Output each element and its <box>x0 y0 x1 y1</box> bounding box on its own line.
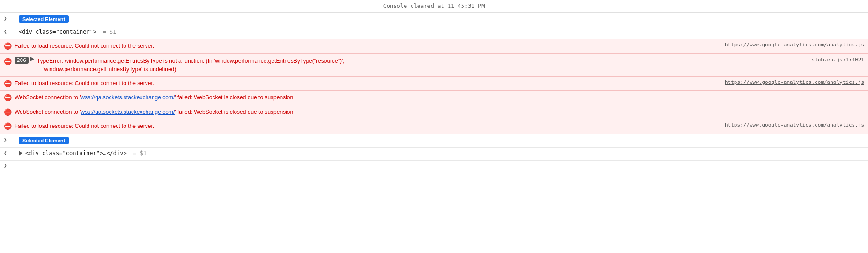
error-text-5: WebSocket connection to 'wss://qa.socket… <box>15 108 864 116</box>
expand-triangle-icon[interactable] <box>30 57 34 61</box>
console-panel: Console cleared at 11:45:31 PM ❯ Selecte… <box>0 0 868 253</box>
error-text-6: Failed to load resource: Could not conne… <box>15 122 715 130</box>
bottom-arrow[interactable]: ❯ <box>4 163 13 169</box>
selected-element-row-top: ❯ Selected Element <box>0 13 868 26</box>
selected-element-badge-bottom: Selected Element <box>19 137 69 144</box>
error-row-1: ⛔ Failed to load resource: Could not con… <box>0 39 868 54</box>
row-gutter-bottom: ❯ <box>4 137 17 143</box>
error-source-3[interactable]: https://www.google-analytics.com/analyti… <box>715 79 864 85</box>
nav-back-icon[interactable]: ❮ <box>4 29 13 35</box>
error-text-2: TypeError: window.performance.getEntries… <box>37 58 345 73</box>
websocket-link-2[interactable]: wss://qa.sockets.stackexchange.com/ <box>81 109 175 115</box>
dom-row-gutter-bottom: ❮ <box>4 150 17 156</box>
error-source-1[interactable]: https://www.google-analytics.com/analyti… <box>715 42 864 48</box>
error-icon-3: ⛔ <box>4 79 12 89</box>
error-icon-2: ⛔ <box>4 57 12 67</box>
console-cleared-text: Console cleared at 11:45:31 PM <box>383 3 485 9</box>
selected-element-badge-top: Selected Element <box>19 15 69 23</box>
websocket-link-1[interactable]: wss://qa.sockets.stackexchange.com/ <box>81 94 175 101</box>
selected-element-row-bottom: ❯ Selected Element <box>0 134 868 148</box>
error-icon-1: ⛔ <box>4 42 12 51</box>
error-row-2: ⛔ 206 TypeError: window.performance.getE… <box>0 54 868 77</box>
chevron-right-icon[interactable]: ❯ <box>4 15 7 22</box>
error-icon-6: ⛔ <box>4 122 12 131</box>
dom-row-top: ❮ <div class="container"> = $1 <box>0 26 868 39</box>
bottom-indicator-row: ❯ <box>0 161 868 174</box>
error-row-4: ⛔ WebSocket connection to 'wss://qa.sock… <box>0 91 868 105</box>
error-icon-5: ⛔ <box>4 108 12 117</box>
error-text-3: Failed to load resource: Could not conne… <box>15 79 715 88</box>
error-text-4: WebSocket connection to 'wss://qa.socket… <box>15 93 864 102</box>
error-count-badge: 206 <box>15 57 29 64</box>
chevron-right-icon-bottom[interactable]: ❯ <box>4 137 7 143</box>
error-source-2[interactable]: stub.en.js:1:4021 <box>802 57 864 63</box>
error-row-3: ⛔ Failed to load resource: Could not con… <box>0 77 868 91</box>
error-row-5: ⛔ WebSocket connection to 'wss://qa.sock… <box>0 105 868 120</box>
dom-row-gutter: ❮ <box>4 29 17 35</box>
error-row-6: ⛔ Failed to load resource: Could not con… <box>0 119 868 134</box>
error-multiline-container: TypeError: window.performance.getEntries… <box>37 57 802 74</box>
console-cleared-bar: Console cleared at 11:45:31 PM <box>0 0 868 13</box>
error-source-6[interactable]: https://www.google-analytics.com/analyti… <box>715 122 864 128</box>
error-text-1: Failed to load resource: Could not conne… <box>15 42 715 50</box>
dom-content-top: <div class="container"> = $1 <box>19 29 116 35</box>
dom-row-bottom: ❮ <div class="container">…</div> = $1 <box>0 148 868 161</box>
error-icon-4: ⛔ <box>4 93 12 103</box>
row-gutter: ❯ <box>4 15 17 22</box>
expand-triangle-dom-icon[interactable] <box>19 151 22 156</box>
nav-back-icon-bottom[interactable]: ❮ <box>4 150 13 156</box>
dom-content-bottom: <div class="container">…</div> = $1 <box>25 150 147 156</box>
